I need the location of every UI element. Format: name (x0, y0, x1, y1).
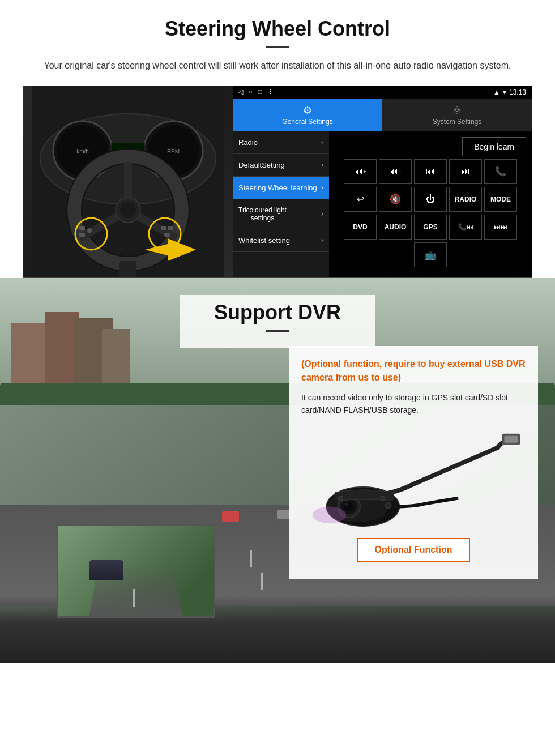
mode-btn[interactable]: MODE (484, 187, 517, 212)
svg-rect-30 (119, 261, 136, 277)
svg-point-41 (313, 507, 346, 524)
dvr-title: Support DVR (214, 301, 341, 324)
tab-system-settings[interactable]: ⚛ System Settings (382, 99, 532, 131)
wifi-icon: ▾ (503, 88, 506, 96)
dvr-info-card: (Optional function, require to buy exter… (289, 346, 538, 579)
tab-general-label: General Settings (282, 118, 332, 126)
back-nav[interactable]: ◁ (238, 88, 243, 96)
camera-svg (301, 428, 526, 529)
time-display: 13:13 (509, 88, 526, 96)
steering-wheel-svg: km/h RPM (32, 86, 224, 277)
control-row-3: DVD AUDIO GPS 📞⏮ ⏭⏭ (332, 215, 529, 240)
dvr-background: Support DVR (Optional function, require … (0, 278, 555, 663)
chevron-icon: › (321, 236, 323, 244)
menu-steering-label: Steering Wheel learning (238, 183, 317, 192)
dvr-camera-image (301, 428, 526, 529)
android-ui-panel: ◁ ○ □ ⋮ ▲ ▾ 13:13 ⚙ General Settings (233, 86, 532, 277)
begin-learn-button[interactable]: Begin learn (462, 137, 526, 156)
menu-item-whitelist[interactable]: Whitelist setting › (233, 229, 329, 252)
menu-item-steering[interactable]: Steering Wheel learning › (233, 177, 329, 199)
steering-subtitle: Your original car's steering wheel contr… (34, 58, 521, 73)
chevron-icon: › (321, 210, 323, 218)
home-nav[interactable]: ○ (249, 88, 253, 96)
nav-buttons: ◁ ○ □ ⋮ (238, 88, 274, 96)
control-row-2: ↩ 🔇 ⏻ RADIO MODE (332, 187, 529, 212)
svg-rect-23 (87, 228, 92, 233)
menu-nav[interactable]: ⋮ (267, 88, 274, 96)
menu-item-default[interactable]: DefaultSetting › (233, 154, 329, 177)
tab-general-settings[interactable]: ⚙ General Settings (233, 99, 382, 131)
system-icon: ⚛ (385, 104, 529, 117)
svg-point-18 (120, 202, 136, 218)
extra-btn[interactable]: 📺 (414, 242, 447, 267)
svg-rect-32 (504, 436, 518, 443)
optional-function-button[interactable]: Optional Function (357, 538, 471, 562)
dvr-optional-text: (Optional function, require to buy exter… (301, 357, 526, 385)
svg-point-43 (381, 496, 385, 501)
svg-text:km/h: km/h (76, 148, 89, 155)
settings-body: Radio › DefaultSetting › Steering Wheel … (233, 131, 532, 277)
steering-wheel-image: km/h RPM (23, 86, 233, 277)
control-row-1: ⏮+ ⏮− ⏮ ⏭ 📞 (332, 159, 529, 184)
next-btn[interactable]: ⏭ (449, 159, 482, 184)
menu-tricoloured-label: Tricoloured lightsettings (238, 206, 287, 222)
phone-btn[interactable]: 📞 (484, 159, 517, 184)
gear-icon: ⚙ (236, 104, 379, 117)
settings-menu: Radio › DefaultSetting › Steering Wheel … (233, 131, 329, 277)
chevron-icon: › (321, 161, 323, 169)
begin-learn-row: Begin learn (332, 134, 529, 156)
svg-rect-28 (164, 233, 170, 237)
menu-item-tricoloured[interactable]: Tricoloured lightsettings › (233, 199, 329, 229)
steering-section: Steering Wheel Control Your original car… (0, 0, 555, 278)
page-title: Steering Wheel Control (23, 17, 532, 41)
status-bar: ◁ ○ □ ⋮ ▲ ▾ 13:13 (233, 86, 532, 99)
chevron-icon: › (321, 138, 323, 146)
signal-icon: ▲ (493, 88, 500, 96)
title-divider (266, 46, 289, 48)
prev-btn[interactable]: ⏮ (414, 159, 447, 184)
steering-screenshot: km/h RPM (23, 86, 532, 278)
menu-radio-label: Radio (238, 138, 258, 147)
mute-btn[interactable]: 🔇 (379, 187, 412, 212)
control-row-4: 📺 (332, 242, 529, 267)
power-btn[interactable]: ⏻ (414, 187, 447, 212)
dvr-preview-image (57, 524, 215, 618)
svg-text:−: − (81, 234, 83, 238)
svg-point-42 (338, 496, 343, 501)
svg-text:+: + (81, 227, 83, 231)
gps-btn[interactable]: GPS (414, 215, 447, 240)
svg-text:RPM: RPM (167, 148, 180, 155)
next-next-btn[interactable]: ⏭⏭ (484, 215, 517, 240)
settings-tabs: ⚙ General Settings ⚛ System Settings (233, 99, 532, 131)
vol-up-btn[interactable]: ⏮+ (344, 159, 377, 184)
dvr-section: Support DVR (Optional function, require … (0, 278, 555, 663)
steering-buttons-panel: Begin learn ⏮+ ⏮− ⏮ ⏭ 📞 ↩ 🔇 ⏻ (329, 131, 532, 277)
svg-point-38 (345, 503, 348, 506)
hang-btn[interactable]: ↩ (344, 187, 377, 212)
phone-prev-btn[interactable]: 📞⏮ (449, 215, 482, 240)
menu-default-label: DefaultSetting (238, 161, 285, 169)
status-indicators: ▲ ▾ 13:13 (493, 88, 526, 96)
menu-whitelist-label: Whitelist setting (238, 236, 290, 245)
dvr-description: It can record video only to storage in G… (301, 391, 526, 417)
tab-system-label: System Settings (433, 118, 482, 126)
chevron-icon: › (321, 183, 323, 191)
svg-point-40 (386, 504, 390, 507)
svg-rect-26 (161, 226, 166, 230)
vol-down-btn[interactable]: ⏮− (379, 159, 412, 184)
dvr-divider (266, 330, 289, 332)
svg-rect-27 (168, 226, 173, 230)
dvr-title-area: Support DVR (0, 278, 555, 348)
recents-nav[interactable]: □ (258, 88, 262, 96)
audio-btn[interactable]: AUDIO (379, 215, 412, 240)
dvd-btn[interactable]: DVD (344, 215, 377, 240)
menu-item-radio[interactable]: Radio › (233, 131, 329, 154)
radio-btn[interactable]: RADIO (449, 187, 482, 212)
dvr-title-bg: Support DVR (180, 295, 375, 348)
